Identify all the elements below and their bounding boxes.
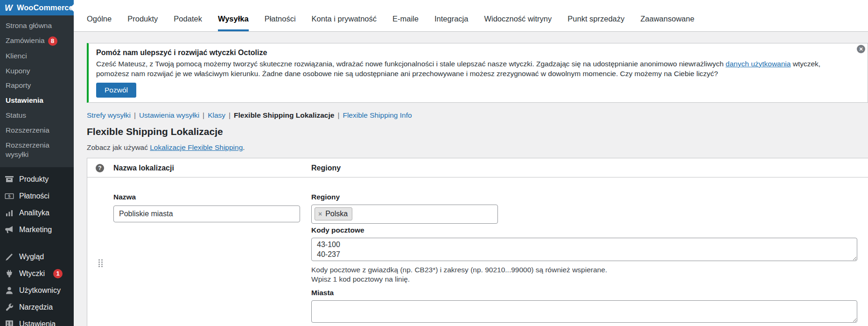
see-how-suffix: . <box>243 143 245 151</box>
postcodes-label: Kody pocztowe <box>311 226 857 234</box>
sidebar-item-label: Wygląd <box>19 253 44 261</box>
sidebar-subitem-rozszerzenia-wysyłki[interactable]: Rozszerzenia wysyłki <box>0 138 74 162</box>
subnav-flexible-shipping-lokalizacje: Flexible Shipping Lokalizacje <box>234 111 334 119</box>
region-tag-label: Polska <box>325 210 348 218</box>
shipping-subnav: Strefy wysyłki|Ustawienia wysyłki|Klasy|… <box>87 111 868 120</box>
header-help-cell: ? <box>87 164 113 172</box>
subnav-flexible-shipping-info[interactable]: Flexible Shipping Info <box>343 111 412 119</box>
header-regions: Regiony <box>311 164 868 172</box>
locations-table-header: ? Nazwa lokalizacji Regiony <box>87 158 868 177</box>
sidebar-subitem-label: Zamówienia <box>6 36 45 44</box>
sidebar-item-analityka[interactable]: Analityka <box>0 205 74 221</box>
see-how-prefix: Zobacz jak używać <box>87 143 150 151</box>
sidebar-subitem-zamówienia[interactable]: Zamówienia8 <box>0 33 74 49</box>
name-column: Nazwa <box>113 193 300 326</box>
sidebar-item-label: Analityka <box>19 209 49 217</box>
postcodes-textarea[interactable]: 43-100 40-237 <box>311 238 857 261</box>
plugins-icon <box>5 269 14 278</box>
tools-icon <box>5 303 14 312</box>
notice-title: Pomóż nam ulepszyć i rozwijać wtyczki Oc… <box>96 48 847 57</box>
svg-text:$: $ <box>8 194 11 199</box>
sidebar-subitem-raporty[interactable]: Raporty <box>0 78 74 93</box>
tab-wysyłka[interactable]: Wysyłka <box>218 14 249 31</box>
subnav-klasy[interactable]: Klasy <box>208 111 225 119</box>
sidebar-item-woocommerce[interactable]: W WooCommerce <box>0 0 74 15</box>
products-icon <box>5 175 14 184</box>
users-icon <box>5 286 14 295</box>
sidebar-item-label: Marketing <box>19 226 52 234</box>
sidebar-item-użytkownicy[interactable]: Użytkownicy <box>0 282 74 299</box>
sidebar-subitem-kupony[interactable]: Kupony <box>0 64 74 78</box>
sidebar-item-produkty[interactable]: Produkty <box>0 171 74 188</box>
main-content: OgólneProduktyPodatekWysyłkaPłatnościKon… <box>74 0 868 326</box>
sidebar-item-płatności[interactable]: $Płatności <box>0 188 74 205</box>
subnav-separator: | <box>203 111 204 119</box>
settings-tabbar: OgólneProduktyPodatekWysyłkaPłatnościKon… <box>74 0 868 32</box>
sidebar-subitem-label: Klienci <box>6 52 27 60</box>
postcodes-helper-line2: Wpisz 1 kod pocztowy na linię. <box>311 275 857 284</box>
tab-punkt-sprzedaży[interactable]: Punkt sprzedaży <box>567 14 624 31</box>
postcodes-helper: Kody pocztowe z gwiazdką (np. CB23*) i z… <box>311 265 857 284</box>
sidebar-item-marketing[interactable]: Marketing <box>0 221 74 238</box>
sidebar-subitem-rozszerzenia[interactable]: Rozszerzenia <box>0 123 74 138</box>
regions-label: Regiony <box>311 193 857 201</box>
sidebar-subitem-strona-główna[interactable]: Strona główna <box>0 18 74 33</box>
tab-widoczność-witryny[interactable]: Widoczność witryny <box>484 14 552 31</box>
sidebar-item-ustawienia[interactable]: Ustawienia <box>0 316 74 326</box>
tab-zaawansowane[interactable]: Zaawansowane <box>640 14 694 31</box>
sidebar-subitem-label: Rozszerzenia wysyłki <box>6 141 49 158</box>
sidebar-item-wtyczki[interactable]: Wtyczki1 <box>0 265 74 282</box>
woocommerce-submenu: Strona głównaZamówienia8KlienciKuponyRap… <box>0 15 74 167</box>
drag-handle-icon[interactable] <box>98 259 103 268</box>
sidebar-item-label: Wtyczki <box>19 269 45 278</box>
tab-płatności[interactable]: Płatności <box>265 14 296 31</box>
analytics-icon <box>5 208 14 218</box>
dismiss-notice-icon[interactable]: ✕ <box>857 45 865 53</box>
regions-column: Regiony ×Polska Kody pocztowe 43-100 40-… <box>311 193 868 326</box>
locations-table: ? Nazwa lokalizacji Regiony Nazwa <box>87 158 868 326</box>
sidebar-item-narzędzia[interactable]: Narzędzia <box>0 299 74 316</box>
cities-label: Miasta <box>311 289 857 297</box>
tab-integracja[interactable]: Integracja <box>434 14 468 31</box>
cities-textarea[interactable] <box>311 300 857 323</box>
tab-produkty[interactable]: Produkty <box>127 14 158 31</box>
tab-e-maile[interactable]: E-maile <box>392 14 419 31</box>
postcodes-helper-line1: Kody pocztowe z gwiazdką (np. CB23*) i z… <box>311 265 857 275</box>
allow-button[interactable]: Pozwól <box>96 83 136 98</box>
payments-icon: $ <box>5 191 14 201</box>
subnav-separator: | <box>229 111 231 119</box>
notice-body: Cześć Mateusz, z Twoją pomocą możemy two… <box>96 59 847 78</box>
region-tag: ×Polska <box>315 207 352 220</box>
subnav-separator: | <box>337 111 339 119</box>
tab-ogólne[interactable]: Ogólne <box>87 14 112 31</box>
sidebar-subitem-klienci[interactable]: Klienci <box>0 49 74 64</box>
sidebar-item-label: Płatności <box>19 192 49 200</box>
sidebar-subitem-ustawienia[interactable]: Ustawienia <box>0 93 74 108</box>
name-label: Nazwa <box>113 193 300 201</box>
sidebar-subitem-label: Raporty <box>6 81 31 89</box>
appearance-icon <box>5 252 14 262</box>
page-title: Flexible Shipping Lokalizacje <box>87 126 868 137</box>
sidebar-subitem-status[interactable]: Status <box>0 108 74 123</box>
subnav-separator: | <box>134 111 136 119</box>
subnav-ustawienia-wysyłki[interactable]: Ustawienia wysyłki <box>139 111 199 119</box>
help-icon[interactable]: ? <box>96 164 104 172</box>
sidebar-subitem-label: Kupony <box>6 67 30 75</box>
see-how-link[interactable]: Lokalizacje Flexible Shipping <box>150 143 243 151</box>
sidebar-item-label: Produkty <box>19 175 49 184</box>
marketing-icon <box>5 225 14 234</box>
remove-region-icon[interactable]: × <box>318 211 322 217</box>
location-name-input[interactable] <box>113 206 300 222</box>
usage-data-link[interactable]: danych użytkowania <box>726 60 791 68</box>
octolize-notice: Pomóż nam ulepszyć i rozwijać wtyczki Oc… <box>87 43 868 103</box>
sidebar-subitem-label: Strona główna <box>6 21 52 29</box>
admin-menu: Produkty$PłatnościAnalitykaMarketingWygl… <box>0 167 74 326</box>
sidebar-item-label: Ustawienia <box>19 320 56 326</box>
subnav-strefy-wysyłki[interactable]: Strefy wysyłki <box>87 111 131 119</box>
settings-icon <box>5 319 14 326</box>
sidebar-subitem-label: Status <box>6 111 26 119</box>
regions-select[interactable]: ×Polska <box>311 205 498 224</box>
tab-podatek[interactable]: Podatek <box>174 14 202 31</box>
sidebar-item-wygląd[interactable]: Wygląd <box>0 248 74 265</box>
tab-konta-i-prywatność[interactable]: Konta i prywatność <box>312 14 377 31</box>
